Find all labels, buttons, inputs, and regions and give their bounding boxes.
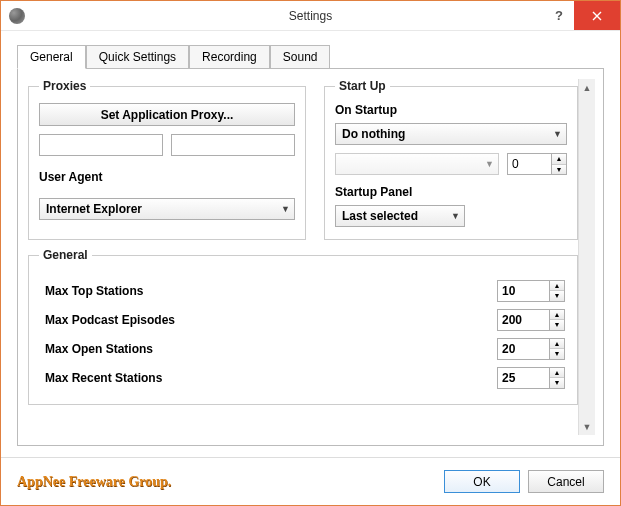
general-label: Max Open Stations	[45, 342, 153, 356]
startup-group: Start Up On Startup Do nothing ▼ ▼	[324, 79, 578, 240]
tab-sound[interactable]: Sound	[270, 45, 331, 68]
proxies-legend: Proxies	[39, 79, 90, 93]
top-row: Proxies Set Application Proxy... User Ag…	[28, 79, 578, 248]
spinner-down-icon[interactable]: ▼	[552, 165, 566, 175]
user-agent-label: User Agent	[39, 170, 295, 184]
proxy-field-2[interactable]	[171, 134, 295, 156]
app-icon	[9, 8, 25, 24]
general-label: Max Recent Stations	[45, 371, 162, 385]
general-legend: General	[39, 248, 92, 262]
proxies-group: Proxies Set Application Proxy... User Ag…	[28, 79, 306, 240]
spinner-down-icon[interactable]: ▼	[550, 349, 564, 359]
spinner-up-icon[interactable]: ▲	[550, 368, 564, 379]
footer-actions: OK Cancel	[444, 470, 604, 493]
general-row: Max Open Stations ▲▼	[45, 334, 565, 363]
max-podcast-episodes-spinner[interactable]: ▲▼	[497, 309, 565, 331]
on-startup-select[interactable]: Do nothing ▼	[335, 123, 567, 145]
max-recent-stations-spinner[interactable]: ▲▼	[497, 367, 565, 389]
spinner-up-icon[interactable]: ▲	[550, 281, 564, 292]
startup-panel-label: Startup Panel	[335, 185, 567, 199]
cancel-button[interactable]: Cancel	[528, 470, 604, 493]
startup-panel-value: Last selected	[342, 209, 418, 223]
tab-general[interactable]: General	[17, 45, 86, 69]
user-agent-value: Internet Explorer	[46, 202, 142, 216]
ok-button[interactable]: OK	[444, 470, 520, 493]
titlebar-controls: ?	[544, 1, 620, 30]
proxy-field-1[interactable]	[39, 134, 163, 156]
startup-panel-select[interactable]: Last selected ▼	[335, 205, 465, 227]
spinner-up-icon[interactable]: ▲	[552, 154, 566, 165]
set-application-proxy-button[interactable]: Set Application Proxy...	[39, 103, 295, 126]
startup-number-input[interactable]	[507, 153, 551, 175]
scrollbar-up-icon[interactable]: ▲	[579, 79, 595, 96]
tab-panel-general: Proxies Set Application Proxy... User Ag…	[17, 68, 604, 446]
chevron-down-icon: ▼	[553, 129, 562, 139]
max-open-stations-input[interactable]	[497, 338, 549, 360]
general-items: Max Top Stations ▲▼ Max Podcast Episodes…	[39, 272, 567, 392]
startup-number-spinner[interactable]: ▲ ▼	[507, 153, 567, 175]
close-button[interactable]	[574, 1, 620, 30]
tab-recording[interactable]: Recording	[189, 45, 270, 68]
scrollbar-track[interactable]	[579, 96, 595, 418]
startup-sub-select[interactable]: ▼	[335, 153, 499, 175]
tab-quick-settings[interactable]: Quick Settings	[86, 45, 189, 68]
chevron-down-icon: ▼	[485, 159, 494, 169]
startup-legend: Start Up	[335, 79, 390, 93]
user-agent-select[interactable]: Internet Explorer ▼	[39, 198, 295, 220]
window-title: Settings	[289, 9, 332, 23]
general-row: Max Recent Stations ▲▼	[45, 363, 565, 392]
general-group: General Max Top Stations ▲▼ Max Podcast …	[28, 248, 578, 405]
scrollbar-down-icon[interactable]: ▼	[579, 418, 595, 435]
general-label: Max Podcast Episodes	[45, 313, 175, 327]
general-label: Max Top Stations	[45, 284, 143, 298]
settings-window: Settings ? General Quick Settings Record…	[0, 0, 621, 506]
general-row: Max Top Stations ▲▼	[45, 276, 565, 305]
chevron-down-icon: ▼	[451, 211, 460, 221]
footer: AppNee Freeware Group. OK Cancel	[1, 457, 620, 505]
brand-watermark: AppNee Freeware Group.	[17, 474, 171, 490]
spinner-down-icon[interactable]: ▼	[550, 378, 564, 388]
max-top-stations-input[interactable]	[497, 280, 549, 302]
spinner-up-icon[interactable]: ▲	[550, 339, 564, 350]
content-area: General Quick Settings Recording Sound P…	[1, 31, 620, 457]
on-startup-value: Do nothing	[342, 127, 405, 141]
max-top-stations-spinner[interactable]: ▲▼	[497, 280, 565, 302]
spinner-down-icon[interactable]: ▼	[550, 291, 564, 301]
titlebar: Settings ?	[1, 1, 620, 31]
general-row: Max Podcast Episodes ▲▼	[45, 305, 565, 334]
close-icon	[592, 11, 602, 21]
spinner-down-icon[interactable]: ▼	[550, 320, 564, 330]
help-button[interactable]: ?	[544, 1, 574, 30]
max-recent-stations-input[interactable]	[497, 367, 549, 389]
tab-strip: General Quick Settings Recording Sound	[17, 45, 604, 68]
on-startup-label: On Startup	[335, 103, 567, 117]
spinner-up-icon[interactable]: ▲	[550, 310, 564, 321]
max-open-stations-spinner[interactable]: ▲▼	[497, 338, 565, 360]
max-podcast-episodes-input[interactable]	[497, 309, 549, 331]
chevron-down-icon: ▼	[281, 204, 290, 214]
scroll-area: Proxies Set Application Proxy... User Ag…	[28, 79, 578, 435]
vertical-scrollbar[interactable]: ▲ ▼	[578, 79, 595, 435]
